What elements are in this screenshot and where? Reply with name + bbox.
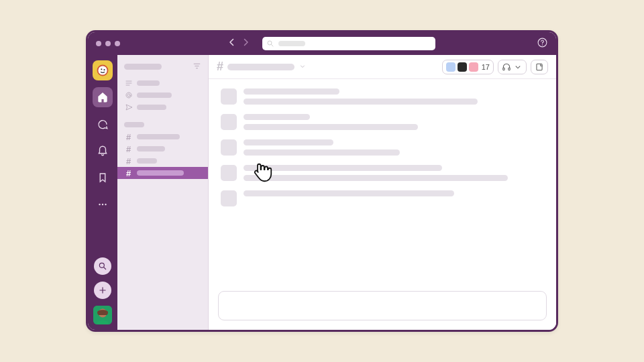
- headphones-icon: [502, 62, 511, 72]
- hash-icon: #: [124, 133, 133, 141]
- channel-name-ghost: [227, 64, 294, 70]
- message-item[interactable]: [221, 88, 544, 105]
- sidebar-item-drafts[interactable]: [117, 101, 208, 113]
- rail-search-button[interactable]: [94, 257, 111, 275]
- channel-members-button[interactable]: 17: [442, 60, 494, 74]
- svg-point-13: [127, 94, 130, 97]
- hash-icon: #: [124, 145, 133, 154]
- sidebar-item-label: [137, 93, 172, 98]
- message-list: [209, 79, 556, 286]
- canvas-button[interactable]: [531, 60, 548, 74]
- channel-name-button[interactable]: #: [217, 60, 307, 74]
- workspace-rail: [88, 55, 117, 330]
- traffic-light-zoom-icon[interactable]: [115, 41, 120, 46]
- svg-point-10: [99, 263, 104, 267]
- chevron-down-icon: [299, 61, 307, 73]
- svg-point-6: [103, 69, 105, 70]
- sidebar-item-label: [137, 158, 157, 164]
- message-line-ghost: [244, 124, 418, 130]
- channel-sidebar: # # # #: [117, 55, 209, 330]
- message-line-ghost: [244, 190, 454, 196]
- message-line-ghost: [244, 88, 339, 95]
- sidebar-channel-item[interactable]: #: [117, 143, 208, 155]
- message-item[interactable]: [221, 165, 544, 181]
- message-line-ghost: [244, 99, 478, 105]
- channel-header: # 17: [209, 55, 556, 79]
- message-item[interactable]: [221, 139, 544, 156]
- rail-new-message-button[interactable]: [94, 282, 111, 299]
- svg-rect-15: [508, 68, 510, 70]
- traffic-light-close-icon[interactable]: [96, 41, 101, 46]
- nav-back-button[interactable]: [226, 36, 238, 51]
- svg-point-2: [542, 44, 543, 45]
- filter-button[interactable]: [193, 62, 201, 72]
- hash-icon: #: [124, 157, 133, 166]
- member-avatar-icon: [458, 62, 467, 72]
- message-line-ghost: [244, 139, 333, 145]
- message-avatar: [221, 165, 237, 181]
- window-controls[interactable]: [96, 41, 120, 46]
- sidebar-item-label: [137, 80, 160, 86]
- sidebar-section-channels[interactable]: [117, 119, 208, 131]
- sidebar-channel-item-selected[interactable]: #: [117, 167, 208, 179]
- app-window: # # # # #: [86, 30, 558, 332]
- svg-rect-14: [503, 68, 504, 70]
- workspace-switcher[interactable]: [93, 60, 113, 80]
- svg-rect-16: [537, 64, 542, 70]
- titlebar: [88, 32, 556, 55]
- search-icon: [266, 40, 274, 48]
- message-item[interactable]: [221, 114, 544, 130]
- svg-point-8: [102, 204, 103, 205]
- traffic-light-minimize-icon[interactable]: [105, 41, 111, 46]
- rail-saved-button[interactable]: [93, 168, 113, 188]
- message-avatar: [221, 190, 237, 206]
- sidebar-section-label: [124, 122, 144, 127]
- send-icon: [124, 103, 133, 111]
- member-avatar-icon: [469, 62, 478, 72]
- rail-dms-button[interactable]: [93, 114, 113, 134]
- sidebar-item-threads[interactable]: [117, 77, 208, 89]
- sidebar-item-label: [137, 170, 184, 176]
- workspace-name-ghost[interactable]: [124, 64, 162, 70]
- message-avatar: [221, 114, 237, 130]
- at-icon: [124, 91, 133, 99]
- help-button[interactable]: [537, 37, 548, 51]
- search-input[interactable]: [262, 37, 435, 50]
- sidebar-item-label: [137, 105, 166, 110]
- hash-icon: #: [217, 60, 223, 74]
- hash-icon: #: [124, 169, 133, 178]
- sidebar-channel-item[interactable]: #: [117, 155, 208, 167]
- huddle-button[interactable]: [498, 60, 527, 74]
- rail-activity-button[interactable]: [93, 141, 113, 161]
- message-avatar: [221, 139, 237, 156]
- sidebar-item-mentions[interactable]: [117, 89, 208, 101]
- main-panel: # 17: [209, 55, 556, 330]
- sidebar-channel-item[interactable]: #: [117, 131, 208, 143]
- svg-point-5: [101, 68, 102, 70]
- message-avatar: [221, 88, 237, 105]
- sidebar-item-label: [137, 146, 165, 152]
- rail-home-button[interactable]: [93, 87, 113, 107]
- canvas-icon: [535, 62, 544, 72]
- message-line-ghost: [244, 165, 442, 171]
- message-line-ghost: [244, 175, 508, 181]
- message-line-ghost: [244, 149, 400, 156]
- svg-point-0: [268, 41, 272, 45]
- threads-icon: [124, 79, 133, 87]
- user-avatar[interactable]: [93, 306, 112, 324]
- message-composer[interactable]: [218, 291, 547, 320]
- svg-point-7: [99, 204, 100, 205]
- sidebar-item-label: [137, 134, 180, 139]
- nav-forward-button[interactable]: [239, 36, 252, 51]
- member-count: 17: [482, 63, 490, 71]
- member-avatar-icon: [446, 62, 455, 72]
- svg-point-9: [105, 204, 106, 205]
- rail-more-button[interactable]: [93, 194, 113, 215]
- chevron-down-icon: [513, 62, 523, 72]
- message-line-ghost: [244, 114, 310, 120]
- message-item[interactable]: [221, 190, 544, 206]
- search-placeholder-ghost: [278, 41, 305, 46]
